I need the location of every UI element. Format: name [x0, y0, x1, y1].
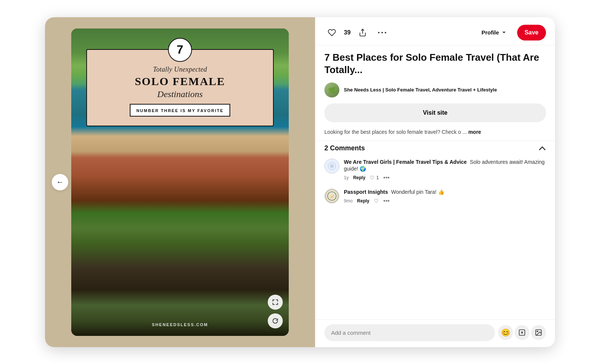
comment-body-1: We Are Travel Girls | Female Travel Tips… [344, 159, 546, 181]
share-button[interactable] [355, 25, 370, 40]
image-panel: 7 Totally Unexpected SOLO FEMALE Destina… [45, 17, 315, 347]
profile-label: Profile [482, 29, 499, 36]
back-button[interactable]: ← [52, 174, 68, 190]
comment-time-1: 1y [344, 175, 349, 180]
svg-point-6 [331, 165, 332, 166]
visit-site-button[interactable]: Visit site [324, 103, 546, 122]
image-button[interactable] [531, 325, 546, 340]
comment-reply-1[interactable]: Reply [353, 175, 366, 180]
svg-text:🧭: 🧭 [330, 195, 334, 199]
svg-point-3 [385, 32, 386, 33]
comments-header: 2 Comments [324, 144, 546, 153]
more-options-button[interactable] [375, 25, 390, 40]
pin-title-main: SOLO FEMALE [99, 75, 261, 88]
emoji-button[interactable]: 😊 [498, 325, 513, 340]
chevron-down-icon [501, 30, 507, 35]
comment-time-2: 9mo [344, 198, 352, 204]
comment-like-2: ♡ [374, 198, 379, 204]
svg-point-12 [537, 331, 538, 332]
expand-button[interactable] [268, 295, 283, 310]
comment-dots-1[interactable]: ••• [383, 174, 390, 181]
comment-dots-2[interactable]: ••• [383, 198, 390, 204]
more-link[interactable]: more [468, 129, 481, 135]
collapse-comments-button[interactable] [538, 144, 546, 153]
like-count: 39 [344, 29, 351, 36]
comment-like-1: ♡ 1 [370, 175, 379, 181]
pin-watermark: SHENEEDSLESS.COM [152, 322, 208, 327]
like-button[interactable] [324, 25, 339, 40]
info-panel: 39 Profile Save [315, 17, 555, 347]
comment-actions-2: 9mo Reply ♡ ••• [344, 198, 546, 204]
pin-text-overlay: 7 Totally Unexpected SOLO FEMALE Destina… [86, 49, 274, 126]
pin-description: Looking for the best places for solo fem… [315, 127, 555, 141]
profile-button[interactable]: Profile [476, 25, 513, 39]
comment-like-count-1: 1 [376, 175, 379, 180]
author-avatar[interactable]: 🌿 [324, 82, 339, 97]
comment-input[interactable] [324, 324, 495, 341]
comment-avatar-1[interactable] [324, 159, 339, 174]
comment-author-1[interactable]: We Are Travel Girls | Female Travel Tips… [344, 159, 467, 165]
save-button[interactable]: Save [517, 25, 546, 40]
back-arrow-icon: ← [56, 178, 64, 186]
comment-input-icons: 😊 [498, 325, 546, 340]
comment-heart-icon-2[interactable]: ♡ [374, 198, 379, 204]
pin-subtitle: NUMBER THREE IS MY FAVORITE [136, 108, 224, 113]
comment-heart-icon-1[interactable]: ♡ [370, 175, 375, 181]
svg-point-2 [381, 32, 383, 33]
comment-author-2[interactable]: Passport Insights [344, 189, 388, 195]
comment-input-area: 😊 [315, 319, 555, 347]
refresh-button[interactable] [268, 313, 283, 328]
mention-button[interactable] [514, 325, 530, 340]
comment-item: We Are Travel Girls | Female Travel Tips… [324, 159, 546, 181]
comment-item-2: 🧭 Passport Insights Wonderful pin Tara! … [324, 189, 546, 204]
comments-section: 2 Comments We [315, 141, 555, 215]
comment-body-2: Passport Insights Wonderful pin Tara! 👍 … [344, 189, 546, 204]
pin-title-bottom: Destinations [99, 89, 261, 99]
pin-image: 7 Totally Unexpected SOLO FEMALE Destina… [71, 28, 289, 336]
author-row: 🌿 She Needs Less | Solo Female Travel, A… [315, 79, 555, 102]
pin-title-top: Totally Unexpected [99, 66, 261, 73]
comment-reply-2[interactable]: Reply [357, 198, 369, 204]
pin-number: 7 [168, 38, 192, 62]
pin-modal: ← 7 Totally Unexpected SOLO FEMALE Desti… [45, 17, 555, 347]
pin-subtitle-box: NUMBER THREE IS MY FAVORITE [130, 104, 231, 117]
comments-title: 2 Comments [324, 144, 365, 152]
pin-title: 7 Best Places for Solo Female Travel (Th… [315, 45, 555, 80]
comment-avatar-2[interactable]: 🧭 [324, 189, 339, 204]
comment-actions-1: 1y Reply ♡ 1 ••• [344, 174, 546, 181]
actions-bar: 39 Profile Save [315, 17, 555, 45]
svg-point-1 [378, 32, 380, 33]
author-name: She Needs Less | Solo Female Travel, Adv… [344, 87, 497, 93]
comment-text-2: Wonderful pin Tara! 👍 [391, 189, 444, 195]
